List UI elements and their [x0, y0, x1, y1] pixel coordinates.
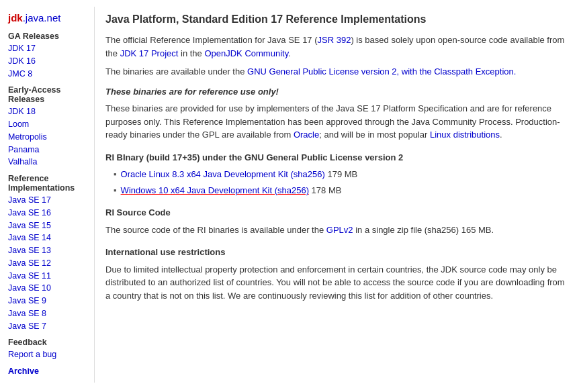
sidebar-link-panama[interactable]: Panama: [8, 144, 86, 156]
ga-releases-heading: GA Releases: [8, 32, 86, 41]
source-para: The source code of the RI binaries is av…: [105, 224, 566, 237]
sidebar-link-javase7[interactable]: Java SE 7: [8, 320, 86, 333]
oracle-link[interactable]: Oracle: [294, 130, 319, 140]
ref-impl-heading: ReferenceImplementations: [8, 174, 86, 193]
intro-paragraph-2: The binaries are available under the GNU…: [105, 65, 566, 79]
sidebar-link-javase10[interactable]: Java SE 10: [8, 282, 86, 295]
jsr392-link[interactable]: JSR 392: [318, 35, 351, 45]
sidebar-link-javase11[interactable]: Java SE 11: [8, 270, 86, 283]
binary-item-linux: Oracle Linux 8.3 x64 Java Development Ki…: [114, 168, 566, 181]
sidebar-link-jdk16[interactable]: JDK 16: [8, 55, 86, 68]
sidebar-link-javase12[interactable]: Java SE 12: [8, 257, 86, 270]
binary-item-windows-text: Windows 10 x64 Java Development Kit (sha…: [121, 184, 342, 197]
feedback-heading: Feedback: [8, 338, 86, 347]
intro-paragraph-1: The official Reference Implementation fo…: [105, 34, 566, 60]
jdk17project-link[interactable]: JDK 17 Project: [120, 48, 179, 58]
linux-link[interactable]: Linux distributions: [430, 130, 500, 140]
site-logo[interactable]: jdk.java.net: [8, 12, 86, 23]
sidebar-link-javase16[interactable]: Java SE 16: [8, 207, 86, 219]
sidebar-link-javase13[interactable]: Java SE 13: [8, 244, 86, 257]
binary-heading: RI BInary (build 17+35) under the GNU Ge…: [105, 151, 566, 164]
windows-link[interactable]: Windows 10 x64 Java Development Kit (sha…: [121, 185, 309, 195]
sidebar-link-jmc8[interactable]: JMC 8: [8, 68, 86, 81]
sidebar: jdk.java.net GA Releases JDK 17 JDK 16 J…: [0, 7, 94, 383]
reference-only-notice: These binaries are for reference use onl…: [105, 85, 566, 99]
sidebar-link-javase15[interactable]: Java SE 15: [8, 219, 86, 232]
page-title: Java Platform, Standard Edition 17 Refer…: [105, 12, 566, 27]
early-access-heading: Early-Access Releases: [8, 85, 86, 104]
logo-rest: .java.net: [23, 12, 61, 23]
report-bug-link[interactable]: Report a bug: [8, 348, 86, 361]
source-heading: RI Source Code: [105, 206, 566, 219]
sidebar-link-valhalla[interactable]: Valhalla: [8, 156, 86, 168]
reference-para: These binaries are provided for use by i…: [105, 102, 566, 142]
openjdk-link[interactable]: OpenJDK Community: [204, 48, 288, 58]
binary-item-linux-text: Oracle Linux 8.3 x64 Java Development Ki…: [121, 168, 358, 181]
sidebar-link-javase17[interactable]: Java SE 17: [8, 194, 86, 207]
binary-list: Oracle Linux 8.3 x64 Java Development Ki…: [114, 168, 566, 197]
archive-heading[interactable]: Archive: [8, 366, 86, 376]
main-content: Java Platform, Standard Edition 17 Refer…: [94, 7, 579, 383]
sidebar-link-metropolis[interactable]: Metropolis: [8, 131, 86, 144]
gpl-link[interactable]: GNU General Public License version 2, wi…: [247, 66, 516, 77]
logo-jdk: jdk: [8, 12, 23, 23]
gplv2-link[interactable]: GPLv2: [326, 225, 353, 235]
sidebar-link-jdk18[interactable]: JDK 18: [8, 105, 86, 118]
sidebar-link-javase14[interactable]: Java SE 14: [8, 232, 86, 244]
sidebar-link-loom[interactable]: Loom: [8, 118, 86, 131]
sidebar-link-jdk17[interactable]: JDK 17: [8, 42, 86, 55]
international-heading: International use restrictions: [105, 246, 566, 259]
oracle-linux-link[interactable]: Oracle Linux 8.3 x64 Java Development Ki…: [121, 169, 325, 179]
sidebar-link-javase8[interactable]: Java SE 8: [8, 307, 86, 320]
international-para: Due to limited intellectual property pro…: [105, 263, 566, 303]
sidebar-link-javase9[interactable]: Java SE 9: [8, 295, 86, 307]
binary-item-windows: Windows 10 x64 Java Development Kit (sha…: [114, 184, 566, 197]
